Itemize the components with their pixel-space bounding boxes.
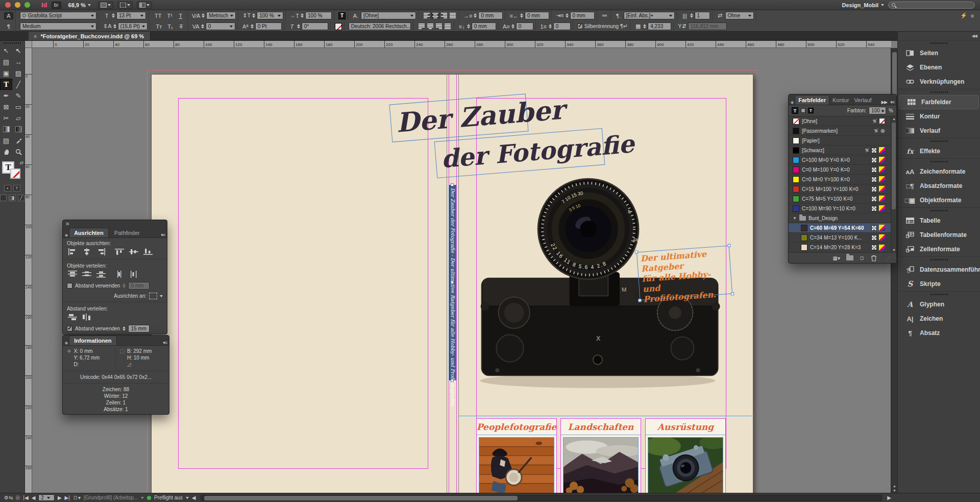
gradient-feather-tool[interactable] <box>12 124 24 135</box>
kerning-field[interactable]: Metrisch <box>206 12 236 19</box>
gap-tool[interactable]: ↔ <box>12 56 24 67</box>
scroll-down-icon[interactable]: ▼ <box>892 248 896 252</box>
dock-item-ebenen[interactable]: Ebenen <box>898 60 980 75</box>
indent-right-field[interactable]: 0 mm <box>525 12 549 19</box>
swatch-row[interactable]: C=0 M=0 Y=100 K=0 <box>789 175 896 184</box>
horizontal-scale-field[interactable]: 100 % <box>305 12 332 19</box>
panel-collapse-icon[interactable]: ◆ <box>65 233 68 237</box>
align-left-edges-button[interactable] <box>68 248 77 255</box>
dock-group-grip[interactable] <box>930 42 948 44</box>
drop-cap-chars-stepper[interactable] <box>549 24 552 29</box>
font-size-stepper[interactable] <box>112 13 115 18</box>
small-caps-button[interactable]: Tт <box>154 23 164 30</box>
category-box-equipment[interactable]: Ausrüstung <box>645 418 726 493</box>
align-bottom-edges-button[interactable] <box>143 248 153 255</box>
selection-tool[interactable]: ↖ <box>0 45 12 56</box>
space-before-field[interactable]: 0 mm <box>472 22 496 30</box>
category-image-equipment[interactable] <box>648 437 723 493</box>
page-tool[interactable]: ▤ <box>0 56 12 67</box>
dock-group-grip[interactable] <box>930 161 948 162</box>
cover-subtitle-frame[interactable]: Der ultimative Ratgeber für alle Hobby- … <box>636 246 732 300</box>
category-box-people[interactable]: Peoplefotografie <box>476 418 557 493</box>
baseline-shift-field[interactable]: 0 Pt <box>255 22 282 30</box>
dock-item-zellenformate[interactable]: Zellenformate <box>898 242 980 256</box>
dock-group-grip[interactable] <box>930 91 948 93</box>
drop-cap-lines-field[interactable]: 0 <box>516 22 533 30</box>
tracking-field[interactable]: 0 <box>206 22 235 30</box>
drop-cap-chars-field[interactable]: 0 <box>553 22 571 30</box>
justify-all-button[interactable] <box>444 23 452 30</box>
line-tool[interactable]: ╱ <box>12 79 24 90</box>
content-placer-tool[interactable]: ▨ <box>12 67 24 79</box>
pencil-tool[interactable]: ✎ <box>12 90 24 101</box>
skew-field[interactable]: 0° <box>302 22 328 30</box>
spacing-stepper-2[interactable] <box>122 326 126 331</box>
arrange-documents-button[interactable] <box>137 2 152 9</box>
preflight-menu-icon[interactable]: ⚙⇆ <box>4 495 13 500</box>
eyedropper-tool[interactable] <box>12 135 24 146</box>
vertical-ruler[interactable]: 020406080100120140160180200220240260280 <box>25 48 32 493</box>
panel-menu-icon[interactable]: ▾≡ <box>163 340 167 345</box>
container-toggle[interactable] <box>801 108 805 113</box>
paragraph-direction-icon[interactable]: ¶↵ <box>620 23 628 30</box>
close-document-icon[interactable]: × <box>34 33 37 39</box>
tab-kontur[interactable]: Kontur <box>830 95 851 105</box>
type-tool[interactable]: T <box>0 79 12 90</box>
distribute-bottom-edges-button[interactable] <box>96 271 106 278</box>
dock-group-grip[interactable] <box>930 210 948 211</box>
distribute-vertical-centers-button[interactable] <box>82 271 91 278</box>
view-options-button[interactable] <box>98 2 113 9</box>
dock-item-objektformate[interactable]: □▣Objektformate <box>898 193 980 207</box>
gradient-tool[interactable] <box>0 124 12 135</box>
swatch-row-selected[interactable]: C=60 M=69 Y=54 K=60 <box>789 223 896 233</box>
direct-selection-tool[interactable]: ↖ <box>12 45 24 56</box>
apply-none-button[interactable]: ╱ <box>18 195 24 201</box>
leading-stepper[interactable] <box>113 24 116 29</box>
indent-right-stepper[interactable] <box>520 13 523 18</box>
horizontal-scrollbar[interactable] <box>201 495 882 501</box>
hyphenation-checkbox[interactable] <box>577 23 583 29</box>
panel-collapse-icon[interactable]: ◆ <box>791 100 794 105</box>
content-collector-tool[interactable]: ▣ <box>0 67 12 79</box>
baseline-shift-stepper[interactable] <box>251 24 254 29</box>
swatch-row[interactable]: [Ohne]✎̸ <box>789 116 896 126</box>
formatting-affects-text-button[interactable]: T <box>13 185 20 192</box>
align-vertical-centers-button[interactable] <box>129 248 138 255</box>
frame-handle[interactable] <box>731 292 734 295</box>
font-style-field[interactable]: Medium <box>20 22 96 30</box>
align-center-button[interactable] <box>431 12 439 19</box>
character-style-field[interactable]: [Ohne] <box>361 12 416 19</box>
dock-group-grip[interactable] <box>930 294 948 295</box>
drop-cap-lines-stepper[interactable] <box>511 24 514 29</box>
dock-collapse-icon[interactable]: ◀◀ <box>972 34 977 38</box>
stroke-color-swatch[interactable] <box>10 169 20 179</box>
columns-field[interactable]: 1 <box>695 12 710 19</box>
frame-handle[interactable] <box>727 244 730 247</box>
panel-menu-icon[interactable]: ≡ <box>969 13 976 19</box>
vertical-justification-field[interactable]: Ohne <box>725 12 754 19</box>
swap-fill-stroke-icon[interactable]: ⇄ <box>19 160 23 165</box>
strikethrough-button[interactable]: T <box>177 23 186 30</box>
swatch-row[interactable]: [Schwarz]✎̸ <box>789 146 896 155</box>
distribute-top-edges-button[interactable] <box>68 271 77 278</box>
search-input[interactable] <box>888 2 975 9</box>
previous-page-button[interactable]: ◀ <box>32 495 36 500</box>
first-page-button[interactable]: |◀ <box>23 495 28 500</box>
close-window-icon[interactable] <box>5 2 11 8</box>
text-fill-color-button[interactable]: T <box>338 12 346 19</box>
justify-last-center-button[interactable] <box>426 23 434 30</box>
swatch-row[interactable]: C=100 M=0 Y=0 K=0 <box>789 155 896 165</box>
zoom-level-dropdown[interactable]: 68,9 % <box>65 2 94 8</box>
dock-item-verknuepfungen[interactable]: Verknüpfungen <box>898 75 980 89</box>
tracking-stepper[interactable] <box>201 24 204 29</box>
document-spread[interactable]: Der Zauber der Fotografie - Der ultimati… <box>151 74 753 493</box>
font-family-field[interactable]: Grafolita Script <box>20 12 96 19</box>
dock-item-effekte[interactable]: fxEffekte <box>898 144 980 158</box>
profile-dropdown[interactable]: [Grundprofil] (Arbeitsp... <box>84 495 138 500</box>
horizontal-ruler[interactable]: 0204060801001201401601802002202402602803… <box>32 41 891 48</box>
panel-close-icon[interactable]: ✕ <box>65 221 69 227</box>
export-icon[interactable]: ⎘ <box>16 495 20 501</box>
scroll-right-icon[interactable]: ▶ <box>887 495 891 500</box>
new-folder-button[interactable] <box>846 255 853 260</box>
dock-item-absatz[interactable]: ¶Absatz <box>898 326 980 340</box>
